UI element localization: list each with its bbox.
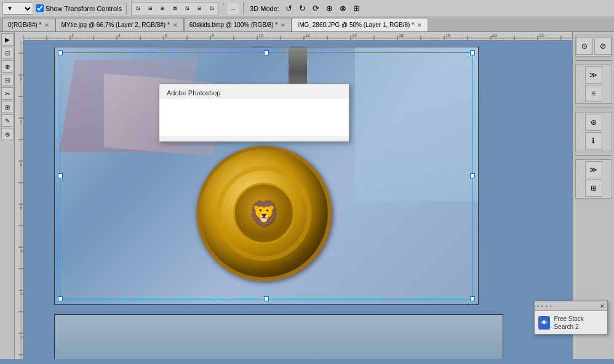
right-panel-mid-section: ≫ ≡: [575, 65, 612, 104]
svg-text:6: 6: [165, 33, 167, 38]
canvas-bottom-strip[interactable]: [54, 314, 503, 359]
tool-magic-wand[interactable]: ⊟: [1, 74, 14, 86]
svg-text:2: 2: [71, 33, 74, 38]
more-btn[interactable]: ...: [228, 3, 239, 14]
3d-icon-1[interactable]: ↺: [284, 3, 295, 14]
3d-icon-6[interactable]: ⊞: [351, 3, 362, 14]
svg-text:4: 4: [20, 120, 23, 124]
main-layout: ▶ ⊡ ⊕ ⊟ ✂ ⊞ ✎ ⊗ // Generated via JS belo…: [0, 32, 614, 359]
tab-1[interactable]: MYtie.jpg @ 66.7% (Layer 2, RGB/8#) * ✕: [55, 18, 183, 31]
canvas-content: 🦁 Adobe Photo: [23, 41, 572, 359]
left-toolbox: ▶ ⊡ ⊕ ⊟ ✂ ⊞ ✎ ⊗: [0, 32, 15, 359]
tab-2-close[interactable]: ✕: [280, 22, 286, 28]
ruler-vertical: 246810121416: [15, 32, 23, 359]
svg-text:18: 18: [445, 33, 450, 38]
right-panel-bottom-section: ≫ ⊞: [575, 159, 612, 199]
tab-2[interactable]: 60skids.bmp @ 100% (RGB/8) * ✕: [184, 18, 292, 31]
stock-search-panel[interactable]: • • • • ✕ 👁 Free Stock Search 2: [534, 301, 608, 334]
tool-lasso[interactable]: ⊕: [1, 60, 14, 73]
transform-controls-checkbox[interactable]: [36, 4, 44, 12]
align-btn-3[interactable]: ⊞: [157, 3, 168, 14]
tab-3[interactable]: IMG_2860.JPG @ 50% (Layer 1, RGB/8) * ✕: [292, 18, 428, 31]
tab-2-label: 60skids.bmp @ 100% (RGB/8) *: [189, 22, 278, 28]
3d-mode-label: 3D Mode:: [250, 5, 279, 12]
top-toolbar: ▼ Show Transform Controls ⊡ ⊟ ⊞ ⊠ ⊡ ⊟ ⊡ …: [0, 0, 614, 17]
ps-dialog-body: [159, 99, 349, 136]
tab-0-label: 0(RGB/8#) *: [8, 22, 41, 28]
3d-icon-5[interactable]: ⊗: [338, 3, 349, 14]
3d-icons: ↺ ↻ ⟳ ⊕ ⊗ ⊞: [284, 3, 362, 14]
svg-text:10: 10: [258, 33, 263, 38]
svg-text:8: 8: [212, 33, 214, 38]
tool-brush[interactable]: ⊗: [1, 128, 14, 140]
ps-dialog-title: Adobe Photoshop: [159, 84, 349, 99]
tab-0[interactable]: 0(RGB/8#) * ✕: [2, 18, 55, 31]
svg-text:12: 12: [20, 292, 23, 296]
svg-text:22: 22: [539, 33, 544, 38]
align-btn-4[interactable]: ⊠: [169, 3, 180, 14]
align-btn-5[interactable]: ⊡: [181, 3, 193, 14]
tool-move[interactable]: ▶: [1, 33, 14, 46]
panel-btn-circle[interactable]: ⊛: [585, 114, 602, 131]
stock-search-label: Free Stock Search 2: [554, 315, 604, 331]
tool-select-rect[interactable]: ⊡: [1, 47, 14, 59]
tab-0-close[interactable]: ✕: [44, 22, 50, 28]
right-panel-icons-section: ⊛ ℹ: [575, 112, 612, 151]
3d-icon-3[interactable]: ⟳: [311, 3, 322, 14]
tool-select[interactable]: ▼: [2, 2, 33, 15]
svg-text:8: 8: [20, 206, 23, 210]
separator-1: [126, 2, 127, 15]
svg-text:4: 4: [118, 33, 121, 38]
transform-controls-text: Show Transform Controls: [46, 5, 122, 12]
panel-btn-adjust[interactable]: ≡: [585, 85, 602, 102]
ps-dialog[interactable]: Adobe Photoshop: [159, 84, 349, 142]
stock-panel-close-btn[interactable]: ✕: [600, 303, 605, 309]
right-panel-top-section: ⊙ ⊘: [575, 36, 612, 57]
3d-icon-4[interactable]: ⊕: [324, 3, 335, 14]
tabs-bar: 0(RGB/8#) * ✕ MYtie.jpg @ 66.7% (Layer 2…: [0, 17, 614, 32]
panel-btn-layers[interactable]: ⊞: [585, 180, 602, 197]
medallion-face: 🦁: [233, 183, 295, 244]
ruler-horizontal: // Generated via JS below 24681012141618…: [23, 32, 572, 41]
svg-text:20: 20: [492, 33, 497, 38]
canvas-area: // Generated via JS below 24681012141618…: [15, 32, 572, 359]
transform-controls-label[interactable]: Show Transform Controls: [36, 4, 122, 12]
tool-eyedropper[interactable]: ✎: [1, 114, 14, 127]
svg-text:10: 10: [20, 249, 23, 253]
3d-icon-2[interactable]: ↻: [297, 3, 308, 14]
tab-1-label: MYtie.jpg @ 66.7% (Layer 2, RGB/8#) *: [61, 22, 169, 28]
panel-separator-3: [575, 155, 612, 156]
svg-text:14: 14: [20, 335, 23, 339]
panel-separator-2: [575, 108, 612, 108]
tab-1-close[interactable]: ✕: [172, 22, 178, 28]
tab-3-close[interactable]: ✕: [417, 22, 423, 28]
panel-btn-info[interactable]: ℹ: [585, 132, 602, 149]
stock-icon: 👁: [538, 316, 550, 330]
panel-separator: [575, 60, 612, 61]
panel-btn-expand-1[interactable]: ≫: [585, 66, 602, 84]
canvas-bottom-image: [55, 315, 503, 359]
medallion: 🦁: [196, 146, 332, 281]
panel-btn-2[interactable]: ⊘: [594, 38, 612, 55]
stock-panel-body: 👁 Free Stock Search 2: [535, 311, 607, 334]
align-btn-7[interactable]: ⊡: [206, 3, 217, 14]
tab-3-label: IMG_2860.JPG @ 50% (Layer 1, RGB/8) *: [297, 22, 414, 28]
tool-slice[interactable]: ⊞: [1, 101, 14, 113]
align-btn-2[interactable]: ⊟: [145, 3, 156, 14]
stock-panel-header: • • • • ✕: [535, 301, 607, 311]
ruler-corner: [15, 32, 23, 41]
abstract-shape-3: [355, 47, 478, 201]
svg-text:2: 2: [20, 77, 23, 81]
panel-btn-1[interactable]: ⊙: [576, 38, 593, 55]
align-btn-1[interactable]: ⊡: [132, 3, 143, 14]
tool-crop[interactable]: ✂: [1, 87, 14, 100]
separator-2: [223, 2, 223, 15]
right-panel: ⊙ ⊘ ≫ ≡ ⊛ ℹ ≫ ⊞ • • • • ✕: [572, 32, 614, 359]
svg-text:16: 16: [399, 33, 404, 38]
svg-text:6: 6: [20, 163, 23, 167]
svg-text:12: 12: [305, 33, 310, 38]
stock-icon-eye: 👁: [541, 320, 547, 326]
panel-btn-expand-2[interactable]: ≫: [585, 161, 602, 178]
align-btn-6[interactable]: ⊟: [194, 3, 205, 14]
stock-panel-dots: • • • •: [537, 303, 552, 309]
